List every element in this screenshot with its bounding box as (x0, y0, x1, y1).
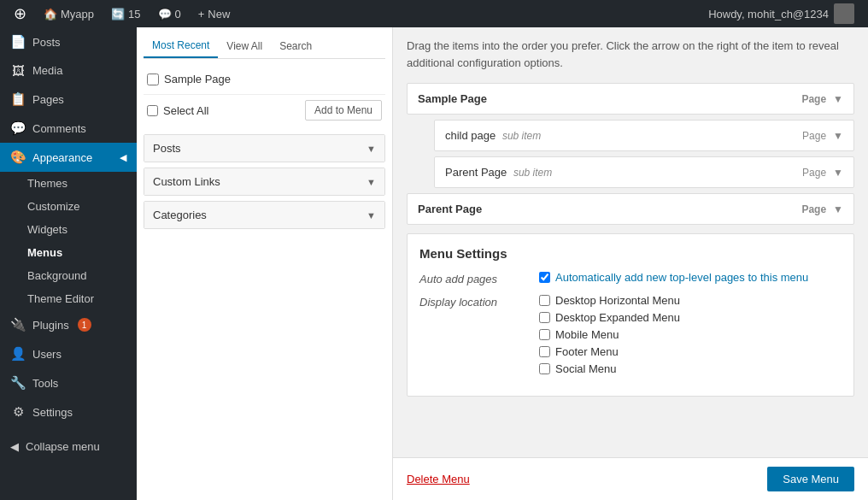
delete-menu-link[interactable]: Delete Menu (407, 473, 470, 485)
select-all-left: Select All (147, 104, 208, 117)
plus-icon: + (198, 8, 205, 21)
plugins-badge: 1 (78, 318, 91, 332)
menu-item-parent-page-right: Page ▼ (801, 203, 843, 215)
save-menu-button[interactable]: Save Menu (767, 467, 854, 491)
location-mobile-menu-checkbox[interactable] (539, 329, 550, 340)
auto-add-checkbox[interactable] (539, 272, 550, 283)
sidebar-sub-background[interactable]: Background (0, 264, 137, 287)
comments-button[interactable]: 💬 0 (151, 0, 188, 27)
parent-page-sub-label: sub item (513, 167, 552, 179)
menu-item-parent-page-sub-type: Page (802, 167, 826, 179)
wp-logo-icon: ⊕ (14, 4, 26, 23)
location-desktop-expanded: Desktop Expanded Menu (539, 311, 842, 324)
accordion-posts-header[interactable]: Posts ▼ (144, 135, 384, 162)
menu-item-child-page-header: child page sub item Page ▼ (435, 121, 853, 150)
auto-add-content: Automatically add new top-level pages to… (539, 271, 842, 284)
menu-settings: Menu Settings Auto add pages Automatical… (407, 233, 854, 397)
menu-item-child-page-label: child page sub item (445, 129, 541, 142)
menu-item-parent-page-header: Parent Page Page ▼ (408, 194, 853, 224)
sidebar: 📄 Posts 🖼 Media 📋 Pages 💬 Comments 🎨 App… (0, 27, 137, 500)
location-social-menu-checkbox[interactable] (539, 363, 550, 374)
select-all-label: Select All (163, 104, 208, 117)
tab-search[interactable]: Search (271, 34, 320, 58)
location-social-menu: Social Menu (539, 362, 842, 375)
posts-icon: 📄 (10, 34, 26, 50)
accordion-categories: Categories ▼ (144, 201, 385, 229)
menu-item-parent-page-sub-header: Parent Page sub item Page ▼ (435, 157, 853, 187)
new-content-button[interactable]: + New (191, 0, 238, 27)
sidebar-sub-theme-editor[interactable]: Theme Editor (0, 287, 137, 310)
accordion-custom-links-arrow: ▼ (367, 177, 376, 187)
page-label-sample: Sample Page (164, 73, 231, 85)
menu-item-parent-page-sub-arrow-icon[interactable]: ▼ (833, 167, 843, 179)
select-all-checkbox[interactable] (147, 105, 158, 116)
sidebar-sub-themes[interactable]: Themes (0, 172, 137, 195)
display-location-row: Display location Desktop Horizontal Menu… (419, 294, 842, 375)
sidebar-item-media[interactable]: 🖼 Media (0, 56, 137, 85)
location-desktop-horizontal: Desktop Horizontal Menu (539, 294, 842, 307)
pages-icon: 📋 (10, 91, 26, 107)
updates-icon: 🔄 (111, 8, 125, 21)
wp-logo-button[interactable]: ⊕ (7, 0, 33, 27)
sidebar-item-tools[interactable]: 🔧 Tools (0, 368, 137, 397)
drag-hint: Drag the items into the order you prefer… (407, 38, 854, 71)
menu-item-parent-page-sub-label: Parent Page sub item (445, 166, 552, 179)
menu-item-sample-page-header: Sample Page Page ▼ (408, 84, 853, 114)
sidebar-sub-menus[interactable]: Menus (0, 241, 137, 264)
media-icon: 🖼 (10, 63, 26, 78)
site-name-button[interactable]: 🏠 Myapp (37, 0, 101, 27)
bottom-bar: Delete Menu Save Menu (393, 457, 868, 500)
select-all-row: Select All Add to Menu (144, 94, 385, 126)
settings-icon: ⚙ (10, 404, 26, 420)
location-footer-menu-checkbox[interactable] (539, 346, 550, 357)
accordion-custom-links-header[interactable]: Custom Links ▼ (144, 168, 384, 195)
accordion-categories-header[interactable]: Categories ▼ (144, 202, 384, 228)
sidebar-item-users[interactable]: 👤 Users (0, 339, 137, 368)
sidebar-item-posts[interactable]: 📄 Posts (0, 27, 137, 56)
menu-item-parent-page-label: Parent Page (418, 203, 482, 215)
menu-item-child-page-right: Page ▼ (802, 130, 843, 142)
location-desktop-expanded-checkbox[interactable] (539, 312, 550, 323)
collapse-menu-button[interactable]: ◀ Collapse menu (0, 433, 137, 460)
howdy-text: Howdy, mohit_ch@1234 (708, 8, 829, 21)
tab-view-all[interactable]: View All (218, 34, 271, 58)
sidebar-item-plugins[interactable]: 🔌 Plugins 1 (0, 310, 137, 339)
menu-settings-title: Menu Settings (419, 246, 842, 261)
location-desktop-horizontal-checkbox[interactable] (539, 295, 550, 306)
menu-item-parent-page-type: Page (801, 203, 826, 215)
auto-add-check-text: Automatically add new top-level pages to… (555, 271, 808, 284)
tab-most-recent[interactable]: Most Recent (144, 34, 218, 58)
location-mobile-menu-label: Mobile Menu (555, 328, 619, 341)
menu-item-parent-page-arrow-icon[interactable]: ▼ (833, 203, 843, 215)
updates-button[interactable]: 🔄 15 (104, 0, 147, 27)
add-to-menu-button[interactable]: Add to Menu (305, 100, 382, 121)
location-footer-menu: Footer Menu (539, 345, 842, 358)
right-panel: Drag the items into the order you prefer… (393, 27, 868, 457)
comments-sidebar-icon: 💬 (10, 121, 26, 136)
comments-icon: 💬 (158, 8, 172, 21)
sidebar-label-media: Media (32, 64, 62, 77)
tools-icon: 🔧 (10, 375, 26, 391)
sidebar-item-pages[interactable]: 📋 Pages (0, 85, 137, 114)
home-icon: 🏠 (44, 8, 57, 21)
page-checkbox-sample: Sample Page (144, 68, 385, 91)
accordion-categories-label: Categories (153, 209, 207, 221)
menu-item-child-page-type: Page (802, 130, 826, 142)
page-checkbox-sample-input[interactable] (147, 74, 159, 85)
sidebar-sub-customize[interactable]: Customize (0, 195, 137, 218)
location-footer-menu-label: Footer Menu (555, 345, 619, 358)
avatar (834, 3, 854, 24)
sidebar-item-comments[interactable]: 💬 Comments (0, 114, 137, 143)
sidebar-item-settings[interactable]: ⚙ Settings (0, 397, 137, 426)
sidebar-sub-widgets[interactable]: Widgets (0, 218, 137, 241)
accordion-custom-links-label: Custom Links (153, 175, 220, 188)
sidebar-label-plugins: Plugins (32, 319, 69, 332)
location-desktop-horizontal-label: Desktop Horizontal Menu (555, 294, 680, 307)
menu-item-sample-page-right: Page ▼ (801, 93, 843, 105)
sidebar-item-appearance[interactable]: 🎨 Appearance ◀ (0, 143, 137, 172)
location-social-menu-label: Social Menu (555, 362, 617, 375)
auto-add-label: Auto add pages (419, 271, 531, 285)
menu-item-child-page-arrow-icon[interactable]: ▼ (833, 130, 843, 142)
menu-item-sample-page-arrow-icon[interactable]: ▼ (833, 93, 843, 105)
menu-item-child-page: child page sub item Page ▼ (434, 120, 854, 151)
